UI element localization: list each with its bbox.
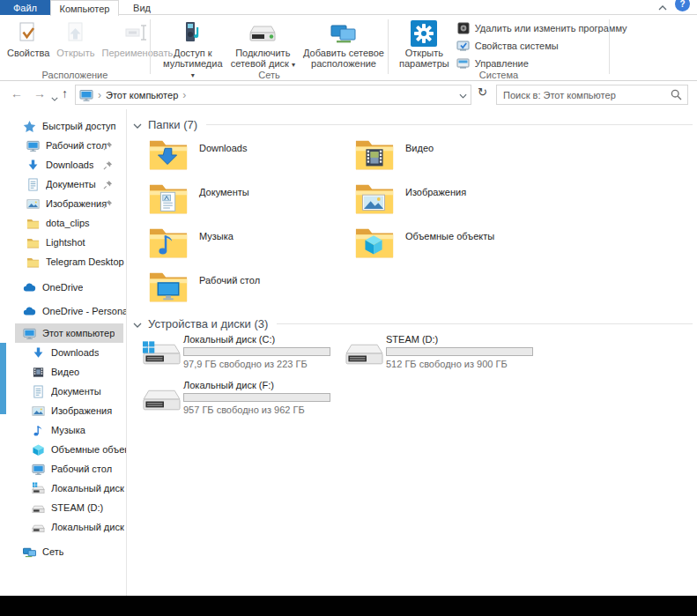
- sidebar-item-network[interactable]: Сеть: [15, 542, 126, 561]
- search-icon[interactable]: [671, 89, 682, 102]
- sidebar-item-desktop[interactable]: Рабочий стол: [15, 136, 126, 155]
- address-bar[interactable]: › Этот компьютер ›: [75, 85, 471, 105]
- folder-label: Документы: [199, 187, 249, 225]
- open-settings-button[interactable]: Открыть параметры: [396, 18, 453, 69]
- system-drive-icon: [32, 482, 45, 495]
- tab-view[interactable]: Вид: [119, 0, 165, 15]
- folder-tile-3d-objects[interactable]: Объемные объекты: [354, 225, 560, 269]
- forward-icon[interactable]: →: [33, 86, 46, 100]
- properties-label: Свойства: [7, 48, 49, 58]
- collapse-section-icon[interactable]: [133, 317, 142, 330]
- uninstall-program-button[interactable]: Удалить или изменить программу: [456, 19, 627, 37]
- drive-usage-bar: [386, 347, 533, 356]
- folder-tile-music[interactable]: Музыка: [148, 225, 354, 269]
- sidebar-item-pc-drive-d[interactable]: STEAM (D:): [15, 498, 126, 517]
- sidebar-item-telegram-desktop[interactable]: Telegram Desktop: [15, 252, 126, 271]
- up-icon[interactable]: ↑: [62, 86, 68, 100]
- sidebar-item-label: Этот компьютер: [42, 328, 115, 338]
- file-explorer-window: Файл Компьютер Вид ? Свойства: [0, 0, 697, 616]
- collapse-section-icon[interactable]: [133, 118, 142, 131]
- system-drive-icon: [142, 333, 183, 379]
- search-input[interactable]: [497, 85, 687, 104]
- sidebar-item-label: Изображения: [46, 198, 107, 209]
- media-access-label: Доступ к мультимедиа: [163, 48, 223, 69]
- drive-icon: [32, 501, 45, 515]
- add-network-location-label: Добавить сетевое расположение: [303, 48, 384, 69]
- add-network-location-button[interactable]: Добавить сетевое расположение: [300, 18, 388, 69]
- sidebar-item-onedrive-personal[interactable]: OneDrive - Personal: [15, 301, 126, 321]
- sidebar-item-pictures[interactable]: Изображения: [15, 194, 126, 213]
- properties-button[interactable]: Свойства: [4, 18, 53, 58]
- sidebar-item-label: Рабочий стол: [51, 464, 112, 474]
- sidebar-item-onedrive[interactable]: OneDrive: [15, 278, 126, 297]
- uninstall-program-label: Удалить или изменить программу: [475, 23, 627, 33]
- folders-section-header[interactable]: Папки (7): [133, 118, 693, 131]
- help-icon[interactable]: ?: [675, 0, 690, 11]
- folder-tile-desktop[interactable]: Рабочий стол: [148, 269, 354, 313]
- sidebar-item-this-pc[interactable]: Этот компьютер: [15, 323, 123, 343]
- map-network-drive-caret-icon: ▾: [292, 61, 295, 69]
- folder-tile-videos[interactable]: Видео: [354, 137, 560, 181]
- drives-section-header[interactable]: Устройства и диски (3): [133, 317, 693, 330]
- system-properties-button[interactable]: Свойства системы: [456, 37, 627, 55]
- sidebar-item-pc-videos[interactable]: Видео: [15, 362, 126, 382]
- folders-grid: Downloads Видео: [148, 137, 560, 313]
- drive-usage-bar: [183, 347, 330, 356]
- sidebar-item-documents[interactable]: Документы: [15, 174, 126, 194]
- address-dropdown-icon[interactable]: [459, 90, 467, 100]
- tab-computer[interactable]: Компьютер: [50, 0, 119, 16]
- map-network-drive-icon: [248, 19, 278, 48]
- sidebar-item-pc-documents[interactable]: Документы: [15, 382, 126, 401]
- pin-icon: [103, 180, 119, 191]
- sidebar-item-label: Видео: [51, 367, 79, 377]
- collapse-ribbon-icon[interactable]: [658, 2, 667, 12]
- pin-icon: [103, 141, 119, 152]
- sidebar-item-lightshot[interactable]: Lightshot: [15, 233, 126, 252]
- drive-free-space: 957 ГБ свободно из 962 ГБ: [183, 404, 330, 415]
- folders-section-label: Папки (7): [148, 118, 197, 131]
- pin-icon: [103, 160, 119, 172]
- back-icon[interactable]: ←: [11, 86, 23, 100]
- recent-locations-icon[interactable]: [51, 90, 58, 104]
- folder-tile-pictures[interactable]: Изображения: [354, 181, 560, 225]
- this-pc-icon: [79, 88, 93, 102]
- map-network-drive-button[interactable]: Подключить сетевой диск ▾: [226, 18, 300, 71]
- sidebar-item-pc-pictures[interactable]: Изображения: [15, 401, 126, 420]
- folder-tile-downloads[interactable]: Downloads: [148, 137, 354, 181]
- sidebar-item-pc-desktop[interactable]: Рабочий стол: [15, 459, 126, 479]
- sidebar-item-pc-drive-c[interactable]: Локальный диск (C:): [15, 479, 126, 498]
- sidebar-item-pc-drive-f[interactable]: Локальный диск (F:): [15, 517, 126, 537]
- sidebar-item-downloads[interactable]: Downloads: [15, 155, 126, 174]
- videos-icon: [32, 366, 45, 379]
- drive-tile-d[interactable]: STEAM (D:) 512 ГБ свободно из 900 ГБ: [345, 333, 547, 379]
- breadcrumb-separator: ›: [182, 89, 186, 101]
- drive-icon: [142, 379, 183, 425]
- refresh-icon[interactable]: ↻: [478, 85, 487, 99]
- sidebar-item-quick-access[interactable]: Быстрый доступ: [15, 116, 126, 136]
- properties-icon: [17, 19, 40, 48]
- sidebar-item-dota-clips[interactable]: dota_clips: [15, 213, 126, 233]
- drive-name: Локальный диск (F:): [183, 380, 330, 392]
- open-button[interactable]: Открыть: [53, 18, 98, 58]
- open-settings-icon: [411, 19, 437, 48]
- folder-tile-documents[interactable]: Документы: [148, 181, 354, 225]
- folder-label: Downloads: [199, 143, 247, 181]
- group-label-system: Система: [389, 70, 609, 80]
- manage-icon: [456, 56, 471, 71]
- sidebar-item-pc-music[interactable]: Музыка: [15, 420, 126, 440]
- drive-tile-f[interactable]: Локальный диск (F:) 957 ГБ свободно из 9…: [142, 379, 345, 425]
- tab-file[interactable]: Файл: [0, 0, 50, 15]
- uninstall-program-icon: [456, 21, 471, 35]
- sidebar-item-pc-downloads[interactable]: Downloads: [15, 343, 126, 362]
- folder-icon: [26, 217, 40, 230]
- ribbon-separator: [609, 19, 610, 74]
- open-label: Открыть: [56, 48, 94, 58]
- drive-tile-c[interactable]: Локальный диск (C:) 97,9 ГБ свободно из …: [142, 333, 345, 379]
- pictures-icon: [26, 197, 40, 211]
- sidebar-item-pc-3d-objects[interactable]: Объемные объекты: [15, 440, 126, 459]
- breadcrumb-this-pc[interactable]: Этот компьютер: [106, 90, 178, 100]
- tab-file-label: Файл: [13, 3, 37, 13]
- sidebar-item-label: Downloads: [51, 347, 99, 358]
- pin-icon: [103, 199, 119, 211]
- desktop-icon: [32, 463, 45, 476]
